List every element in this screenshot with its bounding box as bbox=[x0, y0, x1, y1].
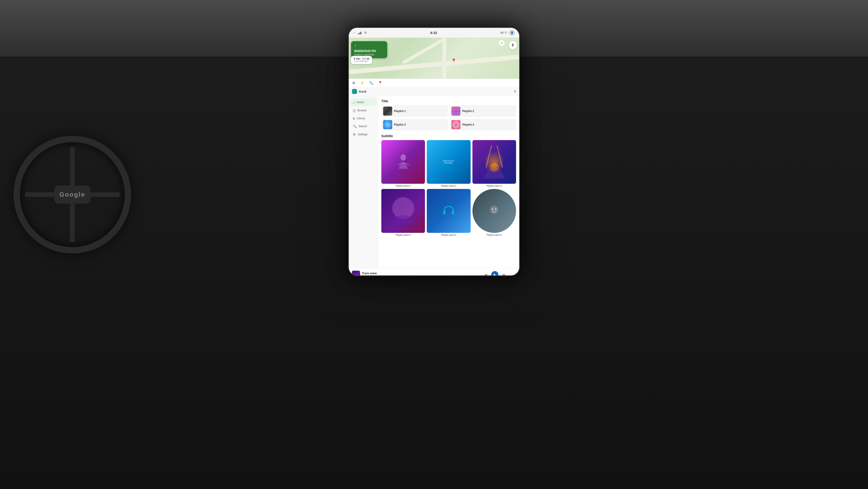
album-1-cover bbox=[381, 140, 425, 184]
svg-point-0 bbox=[401, 154, 406, 161]
title-section-header: Title bbox=[381, 99, 516, 103]
sidebar-item-browse-label: Browse bbox=[358, 109, 367, 112]
queue-icon[interactable]: ≡ bbox=[514, 89, 516, 93]
album-item-5[interactable]: Playlist name 5 bbox=[427, 189, 470, 236]
headphones-art bbox=[442, 204, 456, 218]
album-2-cover: ABSTRACTDESIGN bbox=[427, 140, 470, 184]
nav-street-name: Middlefield Rd bbox=[354, 49, 384, 53]
album-4-art bbox=[381, 189, 425, 233]
map-section: ↑ Middlefield Rd toward Lowell Ave × 5 m… bbox=[349, 38, 519, 79]
eta-time: 5 min · 1.7 mi bbox=[354, 57, 369, 60]
svg-point-9 bbox=[490, 206, 498, 214]
playlist-grid: Playlist 1 Playlist 2 Playlist 3 bbox=[381, 105, 516, 131]
playlist-item-2[interactable]: Playlist 2 bbox=[450, 105, 516, 117]
map-mic-button[interactable]: 🎙 bbox=[509, 41, 517, 49]
sidebar-item-search[interactable]: 🔍 Search bbox=[350, 122, 377, 130]
home-icon: ⌂ bbox=[353, 100, 355, 104]
navigation-card: ↑ Middlefield Rd toward Lowell Ave bbox=[351, 41, 387, 58]
playlist-3-thumb bbox=[383, 120, 392, 129]
now-playing-info: Track name Artist name bbox=[362, 272, 481, 276]
album-5-cover bbox=[427, 189, 470, 233]
track-name: Track name bbox=[362, 272, 481, 275]
sidebar-item-browse[interactable]: ◫ Browse bbox=[350, 107, 377, 114]
eta-card: 5 min · 1.7 mi 5:24 PM PDT bbox=[351, 56, 372, 64]
album-3-name: Playlist name 3 bbox=[472, 185, 516, 187]
album-item-3[interactable]: Playlist name 3 bbox=[472, 140, 516, 187]
subtitle-section-header: Subtitle bbox=[381, 134, 516, 138]
face-art bbox=[487, 204, 501, 218]
status-right: 64° F 👤 bbox=[500, 30, 515, 35]
temperature-display: 64° F bbox=[500, 31, 507, 34]
map-tool-pin[interactable]: 📍 bbox=[378, 81, 382, 85]
playlist-item-4[interactable]: ☺ Playlist 4 bbox=[450, 119, 516, 131]
map-tool-search[interactable]: 🔍 bbox=[369, 81, 373, 85]
aural-app-name: Aural bbox=[359, 90, 366, 93]
sidebar-item-home[interactable]: ⌂ Home bbox=[350, 98, 377, 106]
next-button[interactable]: ⏭ bbox=[501, 271, 507, 276]
library-icon: ||| bbox=[353, 117, 355, 120]
music-app-body: ⌂ Home ◫ Browse ||| Library 🔍 Search ⚙ bbox=[349, 96, 519, 268]
status-left: ⑁ ⚙ bbox=[353, 31, 367, 34]
aural-logo-icon: ♪ bbox=[352, 89, 357, 94]
playlist-1-label: Playlist 1 bbox=[394, 110, 406, 113]
album-3-cover bbox=[472, 140, 516, 184]
album-6-cover bbox=[472, 189, 516, 233]
svg-point-10 bbox=[492, 208, 493, 210]
map-tool-settings[interactable]: ⚙ bbox=[352, 81, 355, 85]
settings-nav-icon: ⚙ bbox=[353, 133, 356, 136]
album-item-6[interactable]: Playlist name 6 bbox=[472, 189, 516, 236]
status-bar: ⑁ ⚙ 8:32 64° F 👤 bbox=[349, 28, 519, 38]
album-4-cover bbox=[381, 189, 425, 233]
playback-controls: ⏮ ▶ ⏭ ♡ ˄ bbox=[483, 271, 516, 276]
nav-toward-label: toward Lowell Ave bbox=[354, 53, 384, 56]
map-location-pin: 📍 bbox=[451, 58, 457, 64]
eta-pdt: 5:24 PM PDT bbox=[354, 60, 369, 63]
browse-icon: ◫ bbox=[353, 109, 356, 112]
steering-wheel: Google bbox=[13, 136, 131, 254]
sidebar-item-library[interactable]: ||| Library bbox=[350, 115, 377, 122]
aural-logo-wrap: ♪ Aural bbox=[352, 89, 366, 94]
svg-point-11 bbox=[495, 208, 496, 210]
sidebar-item-library-label: Library bbox=[357, 117, 365, 120]
status-time: 8:32 bbox=[430, 31, 437, 35]
svg-rect-7 bbox=[443, 210, 445, 214]
now-playing-bar: Track name Artist name ⏮ ▶ ⏭ ♡ ˄ bbox=[349, 268, 519, 276]
map-toolbar: ⚙ ⚡ 🔍 📍 bbox=[349, 79, 519, 87]
album-grid: Playlist name 1 ABSTRACTDESIGN Playlist … bbox=[381, 140, 516, 236]
album-2-name: Playlist name 2 bbox=[427, 185, 470, 187]
album-item-4[interactable]: Playlist name 4 bbox=[381, 189, 425, 236]
album-item-1[interactable]: Playlist name 1 bbox=[381, 140, 425, 187]
phone-screen: ⑁ ⚙ 8:32 64° F 👤 bbox=[348, 27, 520, 276]
bluetooth-icon: ⑁ bbox=[353, 31, 355, 34]
sidebar: ⌂ Home ◫ Browse ||| Library 🔍 Search ⚙ bbox=[349, 96, 378, 268]
playlist-2-label: Playlist 2 bbox=[462, 110, 474, 113]
play-pause-button[interactable]: ▶ bbox=[491, 271, 498, 276]
nav-close-button[interactable]: × bbox=[499, 40, 504, 46]
album-1-name: Playlist name 1 bbox=[381, 185, 425, 187]
sidebar-item-home-label: Home bbox=[356, 101, 364, 104]
main-content: Title Playlist 1 Playlist 2 bbox=[378, 96, 519, 268]
prev-button[interactable]: ⏮ bbox=[483, 271, 489, 276]
album-5-name: Playlist name 5 bbox=[427, 234, 470, 236]
now-playing-top: Track name Artist name ⏮ ▶ ⏭ ♡ ˄ bbox=[352, 270, 516, 276]
signal-icon bbox=[358, 31, 362, 34]
settings-status-icon: ⚙ bbox=[364, 31, 367, 34]
search-nav-icon: 🔍 bbox=[353, 124, 357, 128]
user-avatar[interactable]: 👤 bbox=[509, 30, 515, 35]
playlist-3-label: Playlist 3 bbox=[394, 123, 406, 126]
playlist-2-thumb bbox=[452, 107, 460, 116]
playlist-1-thumb bbox=[383, 107, 392, 116]
playlist-4-thumb: ☺ bbox=[452, 120, 460, 129]
album-1-art bbox=[397, 153, 410, 171]
map-tool-bolt[interactable]: ⚡ bbox=[360, 81, 364, 85]
heart-button[interactable]: ♡ bbox=[509, 273, 512, 276]
album-4-name: Playlist name 4 bbox=[381, 234, 425, 236]
aural-app-header: ♪ Aural ≡ bbox=[349, 87, 519, 96]
steering-wheel-logo: Google bbox=[59, 191, 85, 198]
svg-rect-8 bbox=[452, 210, 454, 214]
playlist-item-1[interactable]: Playlist 1 bbox=[381, 105, 448, 117]
album-item-2[interactable]: ABSTRACTDESIGN Playlist name 2 bbox=[427, 140, 470, 187]
nav-direction-arrow: ↑ bbox=[354, 44, 384, 48]
playlist-item-3[interactable]: Playlist 3 bbox=[381, 119, 448, 131]
sidebar-item-settings[interactable]: ⚙ Settings bbox=[350, 131, 377, 138]
